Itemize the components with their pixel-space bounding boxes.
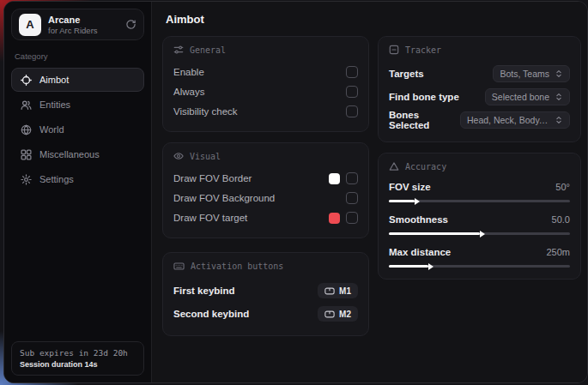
slider-max-distance: Max distance 250m xyxy=(389,244,570,268)
card-tracker: Tracker Targets Bots, Teams xyxy=(378,36,581,142)
page-title: Aimbot xyxy=(166,13,575,26)
fov-background-checkbox[interactable] xyxy=(346,192,358,204)
setting-row-visibility-check: Visibility check xyxy=(173,102,358,121)
max-distance-slider[interactable] xyxy=(389,265,570,268)
setting-label: Find bone type xyxy=(389,92,459,102)
targets-dropdown[interactable]: Bots, Teams xyxy=(493,65,570,82)
card-title: General xyxy=(190,45,226,55)
fov-size-slider[interactable] xyxy=(389,200,570,202)
dropdown-value: Head, Neck, Body, Fe... xyxy=(467,115,549,125)
setting-label: Bones Selected xyxy=(389,110,460,130)
keybind-value: M1 xyxy=(339,286,351,296)
first-keybind-button[interactable]: M1 xyxy=(318,283,358,298)
setting-label: First keybind xyxy=(173,286,235,296)
bones-selected-dropdown[interactable]: Head, Neck, Body, Fe... xyxy=(460,111,570,129)
setting-label: Visibility check xyxy=(173,106,238,117)
dropdown-value: Bots, Teams xyxy=(500,69,549,79)
sidebar-item-settings[interactable]: Settings xyxy=(11,167,144,191)
setting-label: Draw FOV Background xyxy=(173,193,275,203)
setting-row-always: Always xyxy=(173,82,358,101)
slider-label: FOV size xyxy=(389,182,431,192)
chevrons-up-down-icon xyxy=(555,69,563,78)
left-column: General Enable Always Visibility check xyxy=(162,36,369,346)
setting-label: Second keybind xyxy=(173,309,249,319)
find-bone-type-dropdown[interactable]: Selected bone xyxy=(485,88,570,105)
setting-label: Draw FOV Border xyxy=(173,173,252,183)
eye-icon xyxy=(173,151,184,161)
enable-checkbox[interactable] xyxy=(346,66,358,78)
card-activation-buttons: Activation buttons First keybind xyxy=(162,252,369,336)
chevrons-up-down-icon xyxy=(555,116,563,124)
fov-border-checkbox[interactable] xyxy=(346,172,358,184)
gear-icon xyxy=(21,174,32,185)
subscription-info: Sub expires in 23d 20h Session duration … xyxy=(11,341,144,376)
card-title: Accuracy xyxy=(405,162,446,171)
sidebar-item-miscellaneous[interactable]: Miscellaneous xyxy=(11,142,144,166)
slider-value: 50° xyxy=(555,182,570,192)
crosshair-icon xyxy=(21,75,32,86)
card-accuracy-header: Accuracy xyxy=(389,161,570,171)
mouse-icon xyxy=(324,310,335,318)
slider-thumb[interactable] xyxy=(428,263,433,270)
card-general-header: General xyxy=(173,45,358,55)
brand-text: Arcane for Arc Riders xyxy=(48,15,98,35)
tracker-icon xyxy=(389,45,399,55)
keyboard-icon xyxy=(173,261,185,272)
sidebar-item-label: Miscellaneous xyxy=(39,149,100,159)
sidebar-item-label: Settings xyxy=(39,174,74,184)
visibility-check-checkbox[interactable] xyxy=(346,105,358,117)
slider-thumb[interactable] xyxy=(415,198,420,205)
main-content: Aimbot General Enable xyxy=(152,2,587,382)
setting-row-bones-selected: Bones Selected Head, Neck, Body, Fe... xyxy=(389,109,570,131)
entities-icon xyxy=(21,99,32,111)
grid-icon xyxy=(21,149,32,160)
card-accuracy: Accuracy FOV size 50° Smoothness xyxy=(378,153,581,280)
sidebar-item-world[interactable]: World xyxy=(11,117,144,141)
smoothness-slider[interactable] xyxy=(389,232,570,235)
card-visual: Visual Draw FOV Border Draw FOV Backgrou… xyxy=(162,142,369,238)
card-title: Visual xyxy=(190,152,221,161)
brand-name: Arcane xyxy=(48,15,98,26)
card-title: Tracker xyxy=(405,45,441,55)
sidebar-item-label: Entities xyxy=(39,99,70,110)
setting-label: Always xyxy=(173,87,204,97)
slider-thumb[interactable] xyxy=(480,231,485,238)
slider-value: 50.0 xyxy=(552,214,570,225)
slider-label: Smoothness xyxy=(389,214,448,225)
sidebar-item-entities[interactable]: Entities xyxy=(11,93,144,117)
slider-value: 250m xyxy=(546,247,570,257)
sidebar: A Arcane for Arc Riders Category Aimbot xyxy=(4,2,152,382)
refresh-icon[interactable] xyxy=(125,19,136,30)
sidebar-item-label: World xyxy=(39,124,64,135)
fov-border-color-swatch[interactable] xyxy=(329,173,340,184)
dropdown-value: Selected bone xyxy=(492,92,549,102)
setting-row-first-keybind: First keybind M1 xyxy=(173,280,358,302)
second-keybind-button[interactable]: M2 xyxy=(318,306,358,322)
mouse-icon xyxy=(324,287,335,295)
triangle-icon xyxy=(389,161,399,171)
app-window: A Arcane for Arc Riders Category Aimbot xyxy=(3,1,588,383)
sub-expires-text: Sub expires in 23d 20h xyxy=(20,348,136,358)
sidebar-item-aimbot[interactable]: Aimbot xyxy=(11,68,144,92)
setting-label: Targets xyxy=(389,69,424,79)
always-checkbox[interactable] xyxy=(346,86,358,98)
setting-row-fov-background: Draw FOV Background xyxy=(173,189,358,208)
setting-row-second-keybind: Second keybind M2 xyxy=(173,303,358,325)
brand-subtitle: for Arc Riders xyxy=(48,26,98,35)
slider-smoothness: Smoothness 50.0 xyxy=(389,212,570,235)
fov-target-color-swatch[interactable] xyxy=(329,213,340,224)
card-title: Activation buttons xyxy=(191,262,283,271)
app-logo: A xyxy=(19,14,41,36)
setting-label: Draw FOV target xyxy=(173,213,247,223)
globe-icon xyxy=(21,124,32,135)
session-duration-text: Session duration 14s xyxy=(20,360,136,369)
card-tracker-header: Tracker xyxy=(389,45,570,55)
setting-row-fov-target: Draw FOV target xyxy=(173,208,358,227)
fov-target-checkbox[interactable] xyxy=(346,212,358,224)
slider-fov-size: FOV size 50° xyxy=(389,179,570,202)
card-general: General Enable Always Visibility check xyxy=(162,36,369,132)
card-visual-header: Visual xyxy=(173,151,358,161)
right-column: Tracker Targets Bots, Teams xyxy=(378,36,581,346)
sidebar-item-label: Aimbot xyxy=(39,75,69,85)
card-activation-header: Activation buttons xyxy=(173,261,358,272)
